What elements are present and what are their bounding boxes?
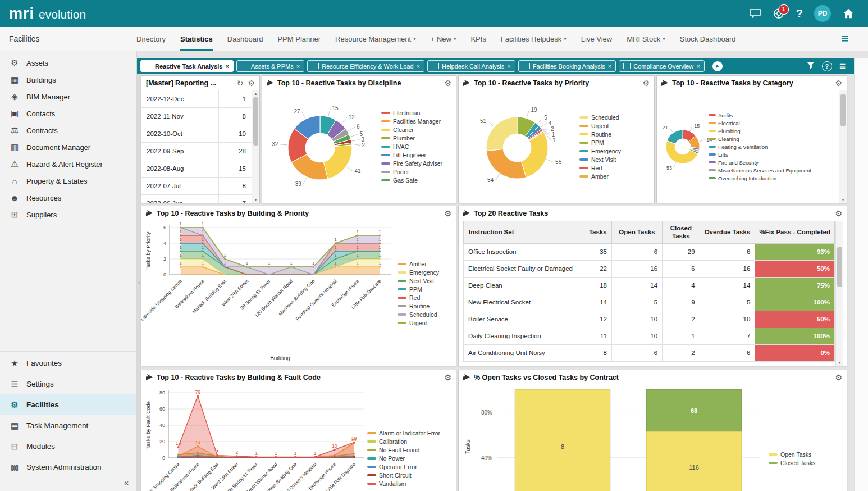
sidebar-item-document-manager[interactable]: ▥Document Manager (0, 139, 136, 156)
sidebar-item-settings[interactable]: ☰Settings (0, 374, 136, 394)
scrollbar[interactable]: ▾ (835, 221, 843, 366)
nav-item-mri-stock[interactable]: MRI Stock▾ (627, 27, 665, 51)
sidebar-item-property-estates[interactable]: ⌂Property & Estates (0, 172, 136, 189)
nav-item-ppm-planner[interactable]: PPM Planner (277, 27, 321, 51)
strip-menu-icon[interactable]: ≡ (839, 60, 846, 72)
nav-item-new[interactable]: + New▾ (431, 27, 456, 51)
nav-item-statistics[interactable]: Statistics (180, 27, 213, 51)
scroll-thumb[interactable] (253, 97, 258, 146)
open-chart-icon[interactable] (463, 80, 470, 87)
sidebar-item-assets[interactable]: ⚙Assets (0, 54, 136, 71)
gear-icon[interactable]: ⚙ (642, 79, 650, 88)
chart-area: 40%80%868116Tasks Open TasksClosed Tasks (461, 385, 846, 491)
svg-text:1: 1 (275, 451, 277, 456)
dashboard-tab-assets-ppms[interactable]: Assets & PPMs× (236, 60, 304, 72)
svg-text:8: 8 (561, 443, 564, 450)
legend-swatch (381, 146, 390, 148)
legend-swatch (398, 263, 406, 265)
sidebar-item-contracts[interactable]: ⚖Contracts (0, 122, 136, 139)
close-icon[interactable]: × (225, 63, 229, 70)
sidebar-item-resources[interactable]: ☻Resources (0, 189, 136, 206)
scroll-thumb[interactable] (837, 247, 842, 287)
legend-swatch (367, 440, 376, 443)
close-icon[interactable]: × (296, 63, 300, 70)
sidebar-item-buildings[interactable]: ▦Buildings (0, 71, 136, 88)
close-icon[interactable]: × (696, 63, 700, 70)
sidebar-item-task-management[interactable]: ▤Task Management (0, 415, 136, 436)
scrollbar[interactable]: ▴ ▾ (252, 90, 259, 203)
svg-text:13: 13 (176, 440, 181, 446)
legend-swatch (367, 466, 376, 468)
open-chart-icon[interactable] (146, 374, 153, 381)
dashboard-tab-facilities-booking-analysis[interactable]: Facilities Booking Analysis× (518, 60, 616, 72)
sidebar-item-bim-manager[interactable]: ◈BIM Manager (0, 88, 136, 105)
chat-icon[interactable] (749, 8, 761, 19)
gear-icon[interactable]: ⚙ (835, 373, 842, 382)
filter-icon[interactable] (807, 61, 815, 71)
gear-icon[interactable]: ⚙ (444, 373, 451, 382)
dashboard-tab-helpdesk-call-analysis[interactable]: Helpdesk Call Analysis× (427, 60, 515, 72)
gear-icon[interactable]: ⚙ (835, 209, 842, 218)
open-chart-icon[interactable] (463, 374, 470, 381)
help-ring-icon[interactable]: 1 (773, 7, 785, 20)
open-chart-icon[interactable] (463, 210, 470, 217)
panel-fault-code: Top 10 - Reactive Tasks by Building & Fa… (141, 370, 456, 491)
scrollbar[interactable]: ▾ (839, 90, 847, 203)
play-icon[interactable]: ▶ (712, 61, 723, 71)
nav-item-facilities-helpdesk[interactable]: Facilities Helpdesk▾ (501, 27, 567, 51)
open-chart-icon[interactable] (146, 210, 153, 217)
sidebar-item-contacts[interactable]: ▣Contacts (0, 105, 136, 122)
scroll-down-icon[interactable]: ▾ (252, 197, 259, 202)
close-icon[interactable]: × (608, 63, 611, 70)
nav-item-resource-management[interactable]: Resource Management▾ (335, 27, 416, 51)
panel-splitter[interactable]: ‹ (137, 74, 141, 491)
close-icon[interactable]: × (507, 63, 510, 70)
gear-icon[interactable]: ⚙ (248, 79, 255, 88)
dashboard-tab-resource-efficiency-work-load[interactable]: Resource Efficiency & Work Load× (307, 60, 424, 72)
scroll-down-icon[interactable]: ▾ (836, 360, 843, 365)
legend-item: Vandalism (367, 480, 440, 487)
legend-label: Plumbing (718, 128, 741, 134)
panel-head: Top 10 - Reactive Tasks by Building & Pr… (141, 206, 456, 221)
sidebar-item-hazard-alert-register[interactable]: ⚠Hazard & Alert Register (0, 156, 136, 172)
nav-item-kpis[interactable]: KPIs (470, 27, 486, 51)
panel-title: Top 10 - Reactive Tasks by Building & Fa… (157, 374, 321, 381)
strip-help-icon[interactable]: ? (822, 61, 832, 71)
refresh-icon[interactable]: ↻ (237, 79, 244, 88)
sidebar-item-modules[interactable]: ⊟Modules (0, 436, 136, 457)
open-chart-icon[interactable] (267, 80, 274, 87)
gear-icon[interactable]: ⚙ (444, 209, 451, 218)
sidebar-item-system-administration[interactable]: ▩System Administration (0, 457, 136, 478)
nav-item-live-view[interactable]: Live View (581, 27, 612, 51)
dashboard-tab-reactive-task-analysis[interactable]: Reactive Task Analysis× (140, 60, 234, 72)
svg-text:40%: 40% (481, 455, 492, 461)
avatar[interactable]: PD (814, 5, 831, 22)
dashboard-tab-compliance-overview[interactable]: Compliance Overview× (619, 60, 704, 72)
nav-item-directory[interactable]: Directory (136, 27, 166, 51)
open-chart-icon[interactable] (661, 80, 669, 87)
gear-icon[interactable]: ⚙ (835, 79, 842, 88)
gear-icon[interactable]: ⚙ (444, 79, 451, 88)
legend-swatch (398, 322, 406, 324)
svg-text:Building: Building (270, 355, 290, 361)
svg-text:120 South Warner Road: 120 South Warner Road (253, 278, 294, 319)
scroll-thumb[interactable] (840, 94, 846, 126)
legend-label: Electrician (393, 110, 420, 116)
home-icon[interactable] (842, 8, 855, 19)
nav-item-dashboard[interactable]: Dashboard (227, 27, 263, 51)
sidebar: ⚙Assets▦Buildings◈BIM Manager▣Contacts⚖C… (0, 51, 137, 491)
nav-menu-icon[interactable]: ≡ (832, 31, 858, 46)
sidebar-collapse-icon[interactable]: « (0, 478, 136, 491)
sidebar-item-favourites[interactable]: ★Favourites (0, 353, 136, 374)
dashboard-icon (623, 63, 631, 69)
sidebar-item-suppliers[interactable]: ⊞Suppliers (0, 206, 136, 223)
help-icon[interactable]: ? (796, 7, 803, 20)
close-icon[interactable]: × (417, 63, 420, 70)
scroll-down-icon[interactable]: ▾ (839, 197, 847, 202)
legend-label: Plumber (393, 135, 415, 142)
scroll-up-icon[interactable]: ▴ (252, 91, 259, 96)
nav-item-stock-dashboard[interactable]: Stock Dashboard (680, 27, 736, 51)
sidebar-item-facilities[interactable]: ⚙Facilities (0, 394, 136, 415)
svg-text:53: 53 (666, 165, 672, 171)
nav-item-label: MRI Stock (627, 35, 660, 43)
